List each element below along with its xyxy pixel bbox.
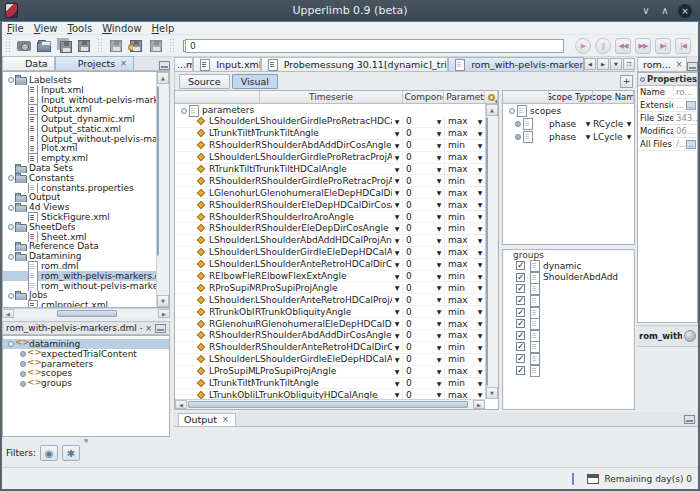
scroll-tabs-left-icon[interactable]: ◀ <box>584 58 596 70</box>
scroll-right-icon[interactable]: ▶ <box>473 400 485 409</box>
table-vertical-scrollbar[interactable]: ▲ ▼ <box>485 104 498 399</box>
tab-list-dropdown-icon[interactable]: ▼ <box>610 58 622 70</box>
component-dropdown-icon[interactable]: ▼ <box>434 332 444 339</box>
timeserie-dropdown-icon[interactable]: ▼ <box>392 189 402 196</box>
output-tab-close-icon[interactable]: × <box>222 415 229 424</box>
tree-item[interactable]: cmlproject.xml <box>3 300 156 308</box>
scroll-left-icon[interactable]: ◀ <box>175 400 187 409</box>
component-dropdown-icon[interactable]: ▼ <box>434 213 444 220</box>
parameters-root-row[interactable]: parameters <box>175 104 498 116</box>
fast-forward-button[interactable]: ▶▶ <box>635 38 651 54</box>
timeserie-dropdown-icon[interactable]: ▼ <box>392 225 402 232</box>
parameter-row[interactable]: LShoulderGird LShoulderGirdleEleDepHDCal… <box>175 247 485 259</box>
parameter-dropdown-icon[interactable]: ▼ <box>475 237 485 244</box>
property-row[interactable]: Name ro... ... <box>638 86 697 99</box>
toolbar-grip[interactable] <box>5 38 11 54</box>
timeserie-dropdown-icon[interactable]: ▼ <box>392 332 402 339</box>
parameter-dropdown-icon[interactable]: ▼ <box>475 166 485 173</box>
tree-item[interactable]: empty.xml <box>3 153 156 163</box>
parameter-dropdown-icon[interactable]: ▼ <box>475 296 485 303</box>
save-button[interactable] <box>74 36 94 55</box>
snapshot-button[interactable] <box>14 36 34 55</box>
expand-handle-icon[interactable] <box>18 359 27 368</box>
tree-item[interactable]: Input_without-pelvis-markers.xml <box>3 95 156 105</box>
scope-name-dropdown-icon[interactable]: ▼ <box>624 120 634 127</box>
filter-scope-button[interactable]: ◉ <box>40 445 58 461</box>
timeserie-dropdown-icon[interactable]: ▼ <box>392 249 402 256</box>
component-dropdown-icon[interactable]: ▼ <box>434 296 444 303</box>
component-dropdown-icon[interactable]: ▼ <box>434 225 444 232</box>
parameter-row[interactable]: RTrunkTiltHDC TrunkTiltHDCalAngle ▼ 0 ▼ … <box>175 164 485 176</box>
component-dropdown-icon[interactable]: ▼ <box>434 391 444 398</box>
scope-tree-column-header[interactable] <box>503 91 549 104</box>
tree-item[interactable]: 4d Views <box>3 202 156 212</box>
expand-handle-icon[interactable] <box>6 173 15 182</box>
tree-item[interactable]: constants.properties <box>3 183 156 193</box>
tree-item[interactable]: Data Sets <box>3 163 156 173</box>
tree-item[interactable]: Input.xml <box>3 85 156 95</box>
group-checkbox[interactable] <box>516 273 525 282</box>
scope-row[interactable]: phase ▼ RCycle ▼ <box>503 117 634 130</box>
component-dropdown-icon[interactable]: ▼ <box>434 237 444 244</box>
group-checkbox[interactable] <box>516 296 525 305</box>
scopes-root-row[interactable]: scopes <box>503 104 634 117</box>
skip-end-button[interactable]: ▶| <box>655 38 671 54</box>
parameter-row[interactable]: LTrunkObliqu LTrunkObliquityHDCalAngle ▼… <box>175 389 485 399</box>
minimize-panel-icon[interactable] <box>687 62 698 71</box>
parameter-row[interactable]: LShoulderAnte LShoulderAnteRetroHDCalPro… <box>175 294 485 306</box>
scope-type-dropdown-icon[interactable]: ▼ <box>583 120 593 127</box>
component-dropdown-icon[interactable]: ▼ <box>434 130 444 137</box>
property-row[interactable]: File Size 343... ... <box>638 112 697 125</box>
property-row[interactable]: Modification 06... ... <box>638 125 697 138</box>
group-checkbox[interactable] <box>516 342 525 351</box>
tree-item[interactable]: Constants <box>3 173 156 183</box>
group-checkbox[interactable] <box>516 366 525 375</box>
parameter-row[interactable]: RElbowFlexExt RElbowFlexExtAngle ▼ 0 ▼ m… <box>175 271 485 283</box>
maximize-button[interactable]: ∧ <box>659 5 671 16</box>
tree-column-header[interactable] <box>175 91 260 104</box>
timeserie-dropdown-icon[interactable]: ▼ <box>392 142 402 149</box>
timeserie-dropdown-icon[interactable]: ▼ <box>392 320 402 327</box>
parameter-row[interactable]: LTrunkTiltMin TrunkTiltAngle ▼ 0 ▼ min ▼ <box>175 378 485 390</box>
parameter-row[interactable]: LShoulderGird LShoulderGirdleProRetracPr… <box>175 152 485 164</box>
collapsed-document-bar[interactable]: rom_with... <box>637 325 698 347</box>
timeserie-dropdown-icon[interactable]: ▼ <box>392 213 402 220</box>
component-dropdown-icon[interactable]: ▼ <box>434 201 444 208</box>
source-view-button[interactable]: Source <box>179 74 230 89</box>
properties-tab[interactable]: rom... × <box>637 57 687 71</box>
parameter-dropdown-icon[interactable]: ▼ <box>475 201 485 208</box>
expand-handle-icon[interactable] <box>6 75 15 84</box>
parameter-row[interactable]: LShoulderAbd LShoulderAbdAddHDCalProjAng… <box>175 235 485 247</box>
expand-handle-icon[interactable] <box>513 132 522 141</box>
tree-item[interactable]: Labelsets <box>3 75 156 85</box>
ellipsis-button[interactable]: ... <box>686 101 696 110</box>
timeserie-dropdown-icon[interactable]: ▼ <box>392 344 402 351</box>
tree-item[interactable]: Datamining <box>3 251 156 261</box>
tree-item[interactable]: StickFigure.xml <box>3 212 156 222</box>
minimize-button[interactable]: ∨ <box>640 5 652 16</box>
projects-horizontal-scrollbar[interactable]: ◀ ▶ <box>2 308 170 318</box>
menu-item[interactable]: Window <box>97 23 146 34</box>
menu-item[interactable]: File <box>2 23 29 34</box>
group-row[interactable] <box>503 330 634 342</box>
properties-header[interactable]: Properties <box>638 73 697 86</box>
group-row[interactable] <box>503 295 634 307</box>
expand-handle-icon[interactable] <box>179 106 188 115</box>
parameter-row[interactable]: RShoulderGird RShoulderGirdleProRetracPr… <box>175 175 485 187</box>
parameter-row[interactable]: RGlenohumer RGlenohumeralEleDepHDCalDirC… <box>175 318 485 330</box>
tree-item[interactable]: Output_static.xml <box>3 124 156 134</box>
scroll-down-icon[interactable]: ▼ <box>157 295 169 307</box>
tree-item[interactable]: datamining <box>3 339 169 349</box>
scope-name-column-header[interactable]: Scope Name <box>593 91 634 104</box>
timeserie-dropdown-icon[interactable]: ▼ <box>392 201 402 208</box>
group-checkbox[interactable] <box>516 308 525 317</box>
timeserie-dropdown-icon[interactable]: ▼ <box>392 391 402 398</box>
parameter-dropdown-icon[interactable]: ▼ <box>475 177 485 184</box>
parameter-row[interactable]: RShoulderIroA RShoulderIroAroAngle ▼ 0 ▼… <box>175 211 485 223</box>
timeserie-dropdown-icon[interactable]: ▼ <box>392 273 402 280</box>
parameter-dropdown-icon[interactable]: ▼ <box>475 391 485 398</box>
parameter-row[interactable]: LShoulderGird LShoulderGirdleProRetracHD… <box>175 116 485 128</box>
group-row[interactable]: ShoulderAbdAdd <box>503 272 634 284</box>
tree-item[interactable]: rom.dml <box>3 261 156 271</box>
component-dropdown-icon[interactable]: ▼ <box>434 273 444 280</box>
